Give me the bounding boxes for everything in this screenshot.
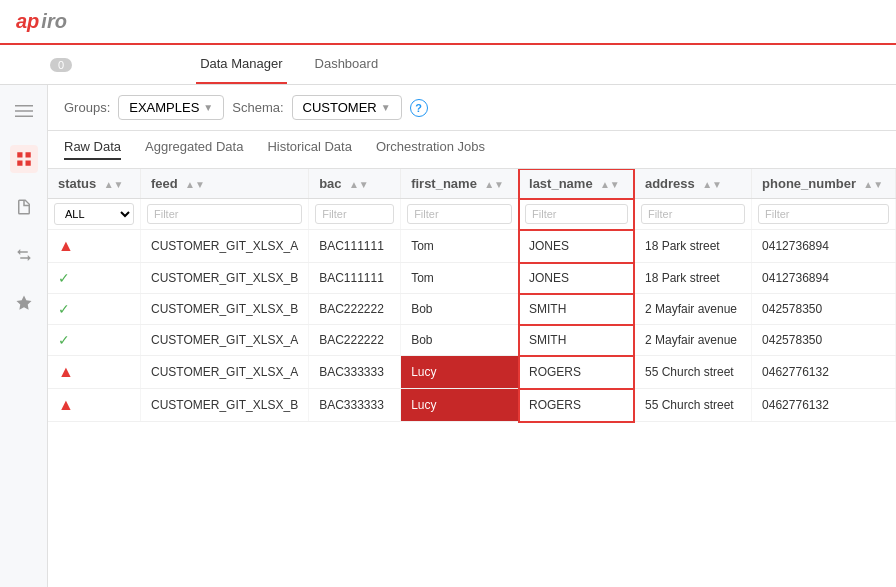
cell-bac: BAC333333: [309, 389, 401, 422]
cell-phone: 0412736894: [752, 230, 896, 263]
cell-first-name: Lucy: [401, 389, 519, 422]
last-name-filter-input[interactable]: [525, 204, 628, 224]
groups-dropdown-arrow: ▼: [203, 102, 213, 113]
address-filter-input[interactable]: [641, 204, 745, 224]
sort-icon-first-name: ▲▼: [484, 179, 504, 190]
cell-bac: BAC111111: [309, 263, 401, 294]
bac-filter-input[interactable]: [315, 204, 394, 224]
sub-tab-raw-data[interactable]: Raw Data: [64, 139, 121, 160]
cell-bac: BAC222222: [309, 294, 401, 325]
tab-data-manager[interactable]: Data Manager: [196, 45, 286, 84]
cell-first-name: Tom: [401, 230, 519, 263]
cell-last-name: SMITH: [519, 294, 635, 325]
app-logo: apiro: [16, 10, 67, 33]
table-header-row: status ▲▼ feed ▲▼ bac ▲▼ first_name: [48, 169, 896, 199]
filter-cell-feed: [141, 199, 309, 230]
svg-rect-1: [15, 110, 33, 112]
filter-cell-status: ALL OK ERROR: [48, 199, 141, 230]
col-header-bac[interactable]: bac ▲▼: [309, 169, 401, 199]
filter-cell-phone: [752, 199, 896, 230]
col-header-feed[interactable]: feed ▲▼: [141, 169, 309, 199]
sub-tab-historical[interactable]: Historical Data: [267, 139, 352, 160]
table-filter-row: ALL OK ERROR: [48, 199, 896, 230]
cell-bac: BAC111111: [309, 230, 401, 263]
col-header-last-name[interactable]: last_name ▲▼: [519, 169, 635, 199]
groups-dropdown[interactable]: EXAMPLES ▼: [118, 95, 224, 120]
groups-bar: Groups: EXAMPLES ▼ Schema: CUSTOMER ▼ ?: [48, 85, 896, 131]
document-icon[interactable]: [10, 193, 38, 221]
filter-cell-address: [634, 199, 751, 230]
table-row: ▲CUSTOMER_GIT_XLSX_BBAC333333LucyROGERS5…: [48, 389, 896, 422]
cell-last-name: JONES: [519, 263, 635, 294]
phone-filter-input[interactable]: [758, 204, 889, 224]
sort-icon-phone: ▲▼: [863, 179, 883, 190]
data-table: status ▲▼ feed ▲▼ bac ▲▼ first_name: [48, 169, 896, 422]
feed-filter-input[interactable]: [147, 204, 302, 224]
table-row: ✓CUSTOMER_GIT_XLSX_BBAC111111TomJONES18 …: [48, 263, 896, 294]
info-icon[interactable]: ?: [410, 99, 428, 117]
filter-cell-last-name: [519, 199, 635, 230]
filter-cell-first-name: [401, 199, 519, 230]
svg-rect-3: [17, 152, 22, 157]
col-header-phone[interactable]: phone_number ▲▼: [752, 169, 896, 199]
first-name-filter-input[interactable]: [407, 204, 512, 224]
sub-tab-orchestration[interactable]: Orchestration Jobs: [376, 139, 485, 160]
svg-rect-4: [25, 152, 30, 157]
cell-feed: CUSTOMER_GIT_XLSX_B: [141, 263, 309, 294]
cell-status: ▲: [48, 230, 141, 263]
table-row: ✓CUSTOMER_GIT_XLSX_ABAC222222BobSMITH2 M…: [48, 325, 896, 356]
cell-first-name: Bob: [401, 294, 519, 325]
cell-phone: 0462776132: [752, 389, 896, 422]
cell-feed: CUSTOMER_GIT_XLSX_A: [141, 356, 309, 389]
cell-status: ✓: [48, 325, 141, 356]
tab-dashboard[interactable]: Dashboard: [311, 45, 383, 84]
cell-feed: CUSTOMER_GIT_XLSX_B: [141, 389, 309, 422]
logo-iro: iro: [41, 10, 67, 33]
sidebar: [0, 85, 48, 587]
sort-icon-feed: ▲▼: [185, 179, 205, 190]
sort-icon-last-name: ▲▼: [600, 179, 620, 190]
arrows-icon[interactable]: [10, 241, 38, 269]
cell-address: 18 Park street: [634, 230, 751, 263]
status-filter-select[interactable]: ALL OK ERROR: [54, 203, 134, 225]
star-icon[interactable]: [10, 289, 38, 317]
cell-last-name: SMITH: [519, 325, 635, 356]
col-header-status[interactable]: status ▲▼: [48, 169, 141, 199]
cell-first-name: Tom: [401, 263, 519, 294]
data-table-wrap: status ▲▼ feed ▲▼ bac ▲▼ first_name: [48, 169, 896, 587]
cell-address: 2 Mayfair avenue: [634, 294, 751, 325]
sort-icon-bac: ▲▼: [349, 179, 369, 190]
sub-tabs: Raw Data Aggregated Data Historical Data…: [48, 131, 896, 169]
table-body: ▲CUSTOMER_GIT_XLSX_ABAC111111TomJONES18 …: [48, 230, 896, 422]
cell-phone: 0412736894: [752, 263, 896, 294]
cell-feed: CUSTOMER_GIT_XLSX_A: [141, 325, 309, 356]
error-icon: ▲: [58, 237, 74, 254]
ok-icon: ✓: [58, 301, 70, 317]
cell-feed: CUSTOMER_GIT_XLSX_B: [141, 294, 309, 325]
col-header-address[interactable]: address ▲▼: [634, 169, 751, 199]
cell-address: 55 Church street: [634, 356, 751, 389]
error-icon: ▲: [58, 396, 74, 413]
cell-phone: 042578350: [752, 325, 896, 356]
svg-rect-6: [25, 161, 30, 166]
ok-icon: ✓: [58, 332, 70, 348]
counter-badge: 0: [50, 58, 72, 72]
sub-tab-aggregated[interactable]: Aggregated Data: [145, 139, 243, 160]
col-header-first-name[interactable]: first_name ▲▼: [401, 169, 519, 199]
schema-dropdown-arrow: ▼: [381, 102, 391, 113]
menu-icon[interactable]: [10, 97, 38, 125]
database-icon[interactable]: [10, 145, 38, 173]
cell-phone: 0462776132: [752, 356, 896, 389]
schema-label: Schema:: [232, 100, 283, 115]
cell-address: 18 Park street: [634, 263, 751, 294]
groups-label: Groups:: [64, 100, 110, 115]
schema-dropdown[interactable]: CUSTOMER ▼: [292, 95, 402, 120]
table-row: ▲CUSTOMER_GIT_XLSX_ABAC111111TomJONES18 …: [48, 230, 896, 263]
cell-last-name: JONES: [519, 230, 635, 263]
cell-status: ✓: [48, 263, 141, 294]
cell-bac: BAC333333: [309, 356, 401, 389]
sort-icon-address: ▲▼: [702, 179, 722, 190]
cell-last-name: ROGERS: [519, 389, 635, 422]
cell-bac: BAC222222: [309, 325, 401, 356]
ok-icon: ✓: [58, 270, 70, 286]
